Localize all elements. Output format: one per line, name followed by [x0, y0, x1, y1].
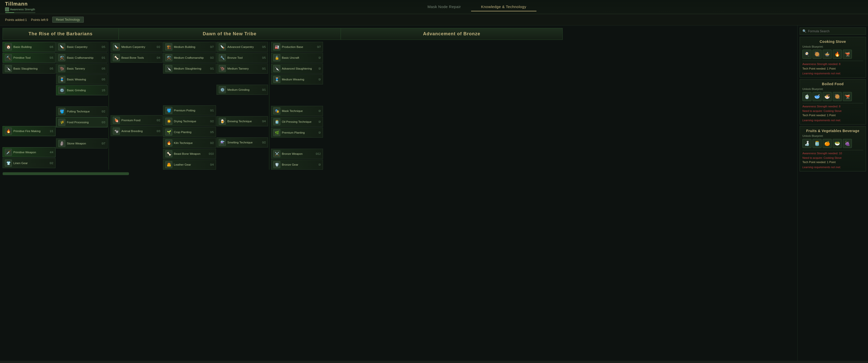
drying-technique-label: Drying Technique — [174, 120, 209, 123]
drying-technique-count: 0/2 — [210, 120, 214, 123]
medium-weaving-icon: 🧵 — [273, 76, 280, 83]
tech-node-basic-tannery[interactable]: 🦬 Basic Tannery 0/5 — [56, 64, 107, 74]
stone-weapon-icon: 🗿 — [58, 140, 65, 147]
cooking-stove-icon-4: 🔥 — [833, 50, 842, 59]
tab-bar: Mask Node Repair Knowledge & Technology — [91, 2, 863, 11]
tech-node-animal-breeding[interactable]: 🐄 Animal Breeding 0/3 — [111, 126, 162, 136]
spacer-3d — [111, 95, 162, 104]
tech-node-basic-uncraft[interactable]: 🔓 Basic Uncraft 0/ — [271, 53, 323, 63]
tab-knowledge-technology[interactable]: Knowledge & Technology — [471, 2, 536, 11]
spacer-3f — [111, 137, 162, 146]
tech-node-bronze-weapon[interactable]: ⚔️ Bronze Weapon 0/12 — [271, 149, 323, 159]
tech-node-production-base[interactable]: 🏭 Production Base 0/7 — [271, 42, 323, 52]
basic-grinding-count: 1/5 — [102, 89, 105, 92]
primitive-fire-label: Primitive Fire Making — [13, 129, 48, 133]
basic-craftsmanship-icon: ⚒️ — [58, 54, 65, 61]
tech-node-basic-building[interactable]: 🏠 Basic Building 6/6 — [2, 42, 56, 52]
tech-node-advanced-slaughtering[interactable]: 🔪 Advanced Slaughtering 0/ — [271, 64, 323, 74]
basic-grinding-label: Basic Grinding — [67, 89, 100, 92]
basic-weaving-count: 0/5 — [102, 78, 105, 81]
tech-tree-area[interactable]: The Rise of the Barbarians Dawn of the N… — [0, 26, 797, 361]
search-bar[interactable]: 🔍 — [800, 28, 866, 35]
tech-node-premium-planting[interactable]: 🌿 Premium Planting 0/ — [271, 128, 323, 138]
tech-node-brewing-technique[interactable]: 🍺 Brewing Technique 0/4 — [217, 116, 268, 126]
badge-container: Awareness Strength — [5, 7, 91, 11]
tech-node-medium-carpentry[interactable]: 🪚 Medium Carpentry 0/2 — [111, 42, 162, 52]
tech-node-beast-bone-tools[interactable]: 🦴 Beast Bone Tools 0/4 — [111, 53, 162, 63]
app-header: Tillmann Awareness Strength Mask Node Re… — [0, 0, 868, 14]
fruits-beverage-icon-5: 🍇 — [843, 139, 852, 148]
section-header-1: The Rise of the Barbarians — [2, 28, 119, 40]
cooking-stove-icon-1: 🍳 — [802, 50, 811, 59]
tech-node-kiln-technique[interactable]: 🔥 Kiln Technique 0/2 — [163, 138, 216, 148]
tech-node-basic-grinding[interactable]: ⚙️ Basic Grinding 1/5 — [56, 85, 107, 95]
fruits-beverage-req1: Awareness Strength needed: 10 — [802, 151, 863, 156]
tech-node-medium-craftsmanship[interactable]: ⚒️ Medium Craftsmanship 0/2 — [163, 53, 216, 63]
tech-node-leather-gear[interactable]: 🦺 Leather Gear 0/4 — [163, 160, 216, 170]
tech-node-drying-technique[interactable]: ☀️ Drying Technique 0/2 — [163, 116, 216, 126]
tech-node-advanced-carpentry[interactable]: 🪚 Advanced Carpentry 0/5 — [217, 42, 268, 52]
medium-carpentry-label: Medium Carpentry — [121, 45, 155, 49]
fruits-beverage-icon-1: 🍶 — [802, 139, 811, 148]
tech-node-mask-technique[interactable]: 🎭 Mask Technique 0/ — [271, 106, 323, 116]
boiled-food-req1: Awareness Strength needed: 8 — [802, 104, 863, 109]
tech-node-premium-potting[interactable]: 🪣 Premium Potting 0/1 — [163, 105, 216, 116]
basic-tannery-label: Basic Tannery — [67, 67, 100, 71]
tech-node-medium-weaving[interactable]: 🧵 Medium Weaving 0/ — [271, 74, 323, 85]
tech-node-basic-slaughtering[interactable]: 🔪 Basic Slaughtering 0/5 — [2, 64, 56, 74]
tech-node-crop-planting[interactable]: 🌱 Crop Planting 0/5 — [163, 127, 216, 137]
kiln-technique-icon: 🔥 — [165, 139, 172, 146]
boiled-food-icons: 🍵 🥣 🍜 🥘 🫕 — [802, 92, 863, 101]
tech-node-primitive-fire[interactable]: 🔥 Primitive Fire Making 1/1 — [2, 126, 56, 136]
tech-node-food-processing[interactable]: 🌾 Food Processing 0/3 — [56, 117, 107, 127]
blueprint-card-cooking-stove: Cooking Stove Unlock Blueprint: 🍳 🥘 🍲 🔥 … — [800, 37, 866, 78]
tech-node-bronze-gear[interactable]: 🛡️ Bronze Gear 0/ — [271, 160, 323, 170]
fruits-beverage-req2: Need to acquire: Cooking Stove — [802, 156, 863, 160]
tech-node-beast-bone-weapon[interactable]: 🦴 Beast Bone Weapon 0/10 — [163, 149, 216, 159]
tech-node-linen-gear[interactable]: 👕 Linen Gear 0/2 — [2, 158, 56, 168]
tech-node-polting-technique[interactable]: 🪣 Polting Technique 0/2 — [56, 106, 107, 117]
stone-weapon-label: Stone Weapon — [67, 142, 100, 145]
tech-node-oil-pressing[interactable]: 🫙 Oil Pressing Technique 0/ — [271, 117, 323, 127]
tech-node-primitive-tool[interactable]: 🔨 Primitive Tool 5/5 — [2, 53, 56, 63]
medium-craftsmanship-count: 0/2 — [210, 57, 214, 59]
tech-node-basic-craftsmanship[interactable]: ⚒️ Basic Craftsmanship 0/1 — [56, 53, 107, 63]
tech-node-medium-grinding[interactable]: ⚙️ Medium Grinding 0/1 — [217, 85, 268, 95]
tech-node-medium-slaughtering[interactable]: 🔪 Medium Slaughtering 0/1 — [163, 64, 216, 74]
right-panel: 🔍 Cooking Stove Unlock Blueprint: 🍳 🥘 🍲 … — [797, 26, 868, 361]
mask-technique-label: Mask Technique — [282, 109, 317, 113]
tech-node-stone-weapon[interactable]: 🗿 Stone Weapon 0/7 — [56, 138, 107, 148]
production-base-count: 0/7 — [317, 45, 321, 48]
spacer-1c — [2, 95, 56, 105]
boiled-food-icon-4: 🥘 — [833, 92, 842, 101]
medium-craftsmanship-icon: ⚒️ — [165, 54, 172, 61]
advanced-carpentry-label: Advanced Carpentry — [227, 45, 261, 49]
bronze-weapon-count: 0/12 — [316, 153, 321, 155]
cooking-stove-icons: 🍳 🥘 🍲 🔥 🫕 — [802, 50, 863, 59]
search-input[interactable] — [808, 30, 863, 33]
cooking-stove-not-met: Learning requirements not met. — [802, 72, 863, 75]
tech-node-basic-weaving[interactable]: 🧵 Basic Weaving 0/5 — [56, 74, 107, 85]
medium-grinding-icon: ⚙️ — [219, 86, 226, 93]
reset-technology-button[interactable]: Reset Technology — [52, 16, 84, 23]
smelting-technique-icon: ⚗️ — [219, 139, 226, 146]
brewing-technique-count: 0/4 — [262, 120, 266, 123]
spacer-6a — [271, 85, 323, 95]
advanced-slaughtering-label: Advanced Slaughtering — [282, 67, 317, 71]
tech-node-smelting-technique[interactable]: ⚗️ Smelting Technique 0/2 — [217, 137, 268, 147]
tech-node-primitive-weapon[interactable]: 🗡️ Primitive Weapon 4/4 — [2, 147, 56, 157]
tech-node-bronze-tool[interactable]: 🔧 Bronze Tool 0/5 — [217, 53, 268, 63]
tab-mask-node-repair[interactable]: Mask Node Repair — [417, 2, 471, 11]
boiled-food-not-met: Learning requirements not met. — [802, 119, 863, 122]
tech-node-medium-tannery[interactable]: 🦬 Medium Tannery 0/1 — [217, 64, 268, 74]
production-base-icon: 🏭 — [273, 43, 280, 51]
tech-node-premium-food[interactable]: 🍖 Premium Food 0/2 — [111, 115, 162, 125]
bronze-tool-icon: 🔧 — [219, 54, 226, 61]
drying-technique-icon: ☀️ — [165, 118, 172, 125]
tech-node-medium-building[interactable]: 🏗️ Medium Building 0/7 — [163, 42, 216, 52]
bronze-gear-count: 0/ — [319, 163, 321, 166]
player-info: Tillmann Awareness Strength — [5, 1, 91, 13]
medium-tannery-icon: 🦬 — [219, 65, 226, 72]
horizontal-scrollbar[interactable] — [2, 172, 129, 175]
tech-node-basic-carpentry[interactable]: 🪚 Basic Carpentry 0/5 — [56, 42, 107, 52]
